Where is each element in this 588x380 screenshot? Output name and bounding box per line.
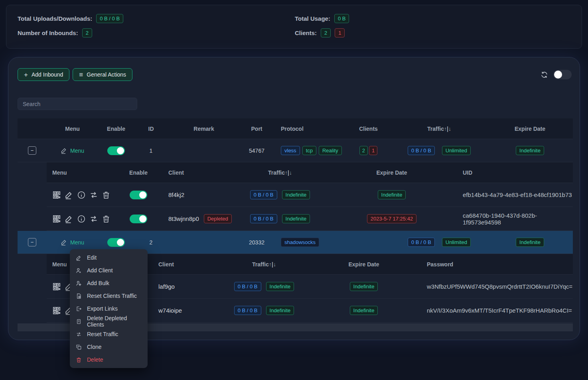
collapse-row-button[interactable]: − xyxy=(28,238,36,246)
menu-item-clone[interactable]: Clone xyxy=(70,341,148,353)
menu-item-delete-depleted-clients[interactable]: Delete Depleted Clients xyxy=(70,315,148,328)
qr-code-icon[interactable] xyxy=(52,215,61,223)
clients-label: Clients: xyxy=(295,30,317,36)
protocol-badge: shadowsocks xyxy=(281,238,319,247)
delete-depleted-icon xyxy=(76,319,82,325)
refresh-icon[interactable] xyxy=(541,71,548,79)
sub-header-client: Client xyxy=(156,169,236,176)
client-expire-badge: Indefinite xyxy=(350,282,378,291)
menu-item-add-client[interactable]: Add Client xyxy=(70,264,148,277)
row-menu-label: Menu xyxy=(70,148,84,154)
client-name: 8f4kj2 xyxy=(156,191,236,198)
traffic-limit-badge: Unlimited xyxy=(442,146,471,155)
client-traffic-limit-badge: Indefinite xyxy=(282,214,310,223)
depleted-badge: Depleted xyxy=(204,214,232,223)
client-traffic-limit-badge: Indefinite xyxy=(266,282,294,291)
menu-item-label: Reset Traffic xyxy=(87,331,118,337)
client-uid: efb14b43-4a79-4e83-ef18-e48cf1901b73 xyxy=(460,191,573,198)
delete-client-icon[interactable] xyxy=(102,191,110,199)
menu-item-reset-clients-traffic[interactable]: Reset Clients Traffic xyxy=(70,289,148,302)
client-enable-toggle[interactable] xyxy=(130,191,147,199)
clients-active-badge: 2 xyxy=(359,146,368,155)
menu-item-label: Delete Depleted Clients xyxy=(87,315,142,328)
clients-depleted-badge: 1 xyxy=(335,28,345,37)
row-menu-label: Menu xyxy=(70,239,84,246)
client-password: w3NfbzUPf5WWd745Q8pvsmQrdrttT2IO6knuI7Di… xyxy=(424,283,573,290)
sub-header-expire-date: Expire Date xyxy=(324,169,460,176)
client-row: 8f4kj2 0 B / 0 B Indefinite Indefinite e… xyxy=(47,183,573,207)
collapse-row-button[interactable]: − xyxy=(28,146,36,155)
row-menu-link[interactable]: Menu xyxy=(61,239,84,246)
qr-code-icon[interactable] xyxy=(52,191,61,199)
sync-icon xyxy=(76,331,82,337)
inbound-port: 20332 xyxy=(240,239,274,246)
menu-item-export-links[interactable]: Export Links xyxy=(70,302,148,315)
number-of-inbounds-label: Number of Inbounds: xyxy=(18,30,78,36)
inbound-id: 1 xyxy=(134,148,168,154)
inbound-enable-toggle[interactable] xyxy=(107,146,125,155)
menu-item-label: Reset Clients Traffic xyxy=(87,293,137,299)
dark-mode-toggle[interactable] xyxy=(553,70,572,79)
menu-item-label: Delete xyxy=(87,356,103,363)
delete-client-icon[interactable] xyxy=(102,215,110,223)
add-inbound-button[interactable]: + Add Inbound xyxy=(18,68,69,81)
menu-item-delete[interactable]: Delete xyxy=(70,353,148,366)
toolbar-right xyxy=(541,70,572,79)
row-menu-link[interactable]: Menu xyxy=(61,147,84,154)
edit-client-icon[interactable] xyxy=(65,215,73,223)
header-port: Port xyxy=(240,126,274,132)
clients-depleted-badge: 1 xyxy=(369,146,377,155)
clients-subtable-vless: Menu Enable Client Traffic↑|↓ Expire Dat… xyxy=(18,162,573,231)
header-remark: Remark xyxy=(168,126,240,132)
inbound-enable-toggle[interactable] xyxy=(107,238,125,247)
reset-traffic-icon[interactable] xyxy=(89,215,98,223)
security-badge: Reality xyxy=(319,146,342,155)
menu-item-label: Add Client xyxy=(87,267,113,274)
trash-icon xyxy=(76,357,82,363)
sub-header-traffic[interactable]: Traffic↑|↓ xyxy=(236,169,324,176)
menu-item-edit[interactable]: Edit xyxy=(70,251,148,264)
stat-total-usage: Total Usage: 0 B xyxy=(295,13,349,24)
header-expire-date: Expire Date xyxy=(487,126,573,132)
total-usage-value-badge: 0 B xyxy=(334,14,349,23)
clients-subtable-header: Menu Enable Client Traffic↑|↓ Expire Dat… xyxy=(47,162,573,183)
qr-code-icon[interactable] xyxy=(52,306,61,315)
client-traffic-limit-badge: Indefinite xyxy=(266,306,294,315)
info-icon[interactable] xyxy=(77,215,86,223)
info-icon[interactable] xyxy=(77,191,86,199)
edit-client-icon[interactable] xyxy=(65,191,73,199)
uploads-downloads-label: Total Uploads/Downloads: xyxy=(18,15,92,22)
client-expire-badge: Indefinite xyxy=(378,190,406,199)
menu-item-reset-traffic[interactable]: Reset Traffic xyxy=(70,328,148,341)
client-traffic-badge: 0 B / 0 B xyxy=(234,306,261,315)
inbounds-table-header: Menu Enable ID Remark Port Protocol Clie… xyxy=(18,118,573,139)
header-clients: Clients xyxy=(345,126,391,132)
plus-icon: + xyxy=(24,71,28,78)
client-name: laf9go xyxy=(146,283,224,290)
clients-active-badge: 2 xyxy=(321,28,331,37)
edit-pencil-icon xyxy=(61,239,67,246)
client-enable-toggle[interactable] xyxy=(130,215,147,223)
expire-badge: Indefinite xyxy=(516,146,544,155)
export-icon xyxy=(76,306,82,312)
inbound-row-1: − Menu 1 54767 vless tcp Reality xyxy=(18,139,573,162)
header-menu: Menu xyxy=(47,126,98,132)
header-id: ID xyxy=(134,126,168,132)
client-row: 8t3wjnn8p0 Depleted 0 B / 0 B Indefinite… xyxy=(47,207,573,231)
traffic-badge: 0 B / 0 B xyxy=(408,238,435,247)
general-actions-button[interactable]: ≡ General Actions xyxy=(73,68,132,81)
header-traffic[interactable]: Traffic↑|↓ xyxy=(391,126,487,132)
search-input[interactable] xyxy=(18,98,137,110)
edit-pencil-icon xyxy=(61,147,67,154)
sub-header-traffic[interactable]: Traffic↑|↓ xyxy=(224,261,304,268)
sub-header-client: Client xyxy=(146,261,224,268)
stat-uploads-downloads: Total Uploads/Downloads: 0 B / 0 B xyxy=(18,13,123,24)
client-traffic-badge: 0 B / 0 B xyxy=(250,190,277,199)
inbound-context-menu: Edit Add Client Add Bulk Reset Clients T… xyxy=(70,249,148,368)
reset-traffic-icon[interactable] xyxy=(89,191,98,199)
qr-code-icon[interactable] xyxy=(52,282,61,291)
uploads-downloads-value-badge: 0 B / 0 B xyxy=(96,14,123,23)
menu-item-add-bulk[interactable]: Add Bulk xyxy=(70,277,148,289)
stats-right-group: Total Usage: 0 B Clients: 2 1 xyxy=(295,13,349,38)
inbound-id: 2 xyxy=(134,239,168,246)
